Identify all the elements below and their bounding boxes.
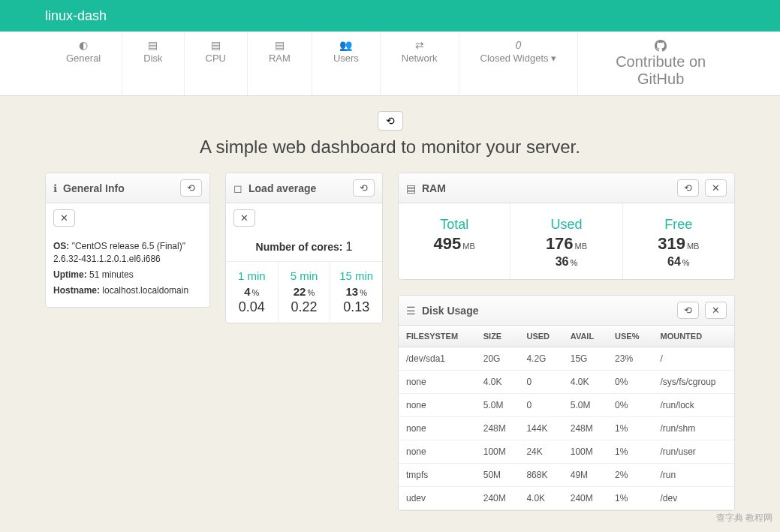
nav-general[interactable]: ◐General [45, 32, 122, 95]
refresh-icon: ⟲ [386, 115, 395, 127]
caret-down-icon: ▾ [551, 53, 556, 64]
close-button[interactable]: ✕ [705, 302, 727, 319]
panel-title: RAM [422, 182, 671, 194]
panel-title: Load average [248, 182, 347, 194]
panel-disk-usage: ☰ Disk Usage ⟲ ✕ FILESYSTEMSIZEUSEDAVAIL… [398, 295, 735, 511]
tasks-icon: ▤ [206, 39, 226, 51]
nav-disk[interactable]: ▤Disk [122, 32, 184, 95]
panel-general-info: ℹ General Info ⟲ ✕ OS: "CentOS release 6… [45, 173, 210, 308]
list-icon: ☰ [406, 305, 416, 317]
navbar: ◐General ▤Disk ▤CPU ▤RAM 👥Users ⇄Network… [0, 32, 780, 96]
ram-cell: Total495MB [399, 203, 510, 279]
ram-card-icon: ▤ [406, 182, 416, 194]
brand[interactable]: linux-dash [45, 8, 107, 24]
topbar: linux-dash [0, 0, 780, 32]
close-icon: ✕ [240, 212, 248, 224]
refresh-icon: ⟲ [187, 182, 195, 194]
italic-icon: 0 [480, 39, 557, 51]
col-header: USE% [607, 326, 652, 347]
table-row: udev240M4.0K240M1%/dev [399, 487, 734, 510]
refresh-button[interactable]: ⟲ [353, 179, 375, 197]
refresh-icon: ⟲ [684, 305, 692, 316]
col-header: MOUNTED [652, 326, 734, 347]
panel-load-average: ◻ Load average ⟲ ✕ Number of cores:1 1 m… [225, 173, 383, 323]
watermark: 查字典 教程网 [716, 512, 772, 524]
refresh-button[interactable]: ⟲ [677, 179, 699, 197]
refresh-button[interactable]: ⟲ [677, 302, 699, 319]
cores-row: Number of cores:1 [226, 233, 382, 262]
close-button[interactable]: ✕ [233, 209, 255, 227]
hero-refresh-button[interactable]: ⟲ [378, 111, 403, 131]
col-header: SIZE [476, 326, 519, 347]
panel-title: Disk Usage [422, 305, 671, 317]
users-icon: 👥 [333, 39, 359, 51]
disk-table: FILESYSTEMSIZEUSEDAVAILUSE%MOUNTED /dev/… [399, 326, 734, 510]
dashboard-icon: ◐ [66, 39, 101, 51]
hero-tagline: A simple web dashboard to monitor your s… [0, 137, 780, 158]
exchange-icon: ⇄ [402, 39, 438, 51]
laptop-icon: ◻ [233, 182, 242, 194]
nav-network[interactable]: ⇄Network [381, 32, 459, 95]
refresh-button[interactable]: ⟲ [180, 179, 202, 197]
os-row: OS: "CentOS release 6.5 (Final)" 2.6.32-… [53, 240, 202, 266]
ram-icon: ▤ [269, 39, 291, 51]
close-icon: ✕ [712, 182, 720, 194]
close-button[interactable]: ✕ [705, 179, 727, 197]
col-header: FILESYSTEM [399, 326, 476, 347]
refresh-icon: ⟲ [684, 182, 692, 194]
table-row: none4.0K04.0K0%/sys/fs/cgroup [399, 371, 734, 394]
close-icon: ✕ [712, 305, 720, 316]
table-row: /dev/sda120G4.2G15G23%/ [399, 347, 734, 371]
panel-ram: ▤ RAM ⟲ ✕ Total495MBUsed176MB36%Free319M… [398, 173, 735, 280]
table-row: none248M144K248M1%/run/shm [399, 417, 734, 440]
table-row: none5.0M05.0M0%/run/lock [399, 394, 734, 417]
github-icon [599, 39, 722, 52]
uptime-row: Uptime: 51 minutes [53, 269, 202, 281]
col-header: AVAIL [563, 326, 607, 347]
nav-users[interactable]: 👥Users [312, 32, 381, 95]
info-icon: ℹ [53, 182, 57, 194]
table-row: none100M24K100M1%/run/user [399, 440, 734, 464]
load-cell: 1 min4%0.04 [226, 262, 279, 323]
refresh-icon: ⟲ [360, 182, 368, 194]
close-button[interactable]: ✕ [53, 209, 75, 227]
table-row: tmpfs50M868K49M2%/run [399, 464, 734, 487]
load-cell: 5 min22%0.22 [279, 262, 331, 323]
col-header: USED [519, 326, 562, 347]
nav-cpu[interactable]: ▤CPU [185, 32, 248, 95]
ram-cell: Used176MB36% [510, 203, 622, 279]
close-icon: ✕ [60, 212, 68, 224]
hostname-row: Hostname: localhost.localdomain [53, 284, 202, 297]
nav-ram[interactable]: ▤RAM [248, 32, 312, 95]
hdd-icon: ▤ [143, 39, 162, 51]
load-cell: 15 min13%0.13 [330, 262, 382, 323]
nav-closed-widgets[interactable]: 0Closed Widgets ▾ [459, 32, 579, 95]
hero: ⟲ A simple web dashboard to monitor your… [0, 111, 780, 158]
nav-contribute[interactable]: Contribute on GitHub [578, 32, 743, 95]
ram-cell: Free319MB64% [623, 203, 734, 279]
panel-title: General Info [63, 182, 174, 194]
